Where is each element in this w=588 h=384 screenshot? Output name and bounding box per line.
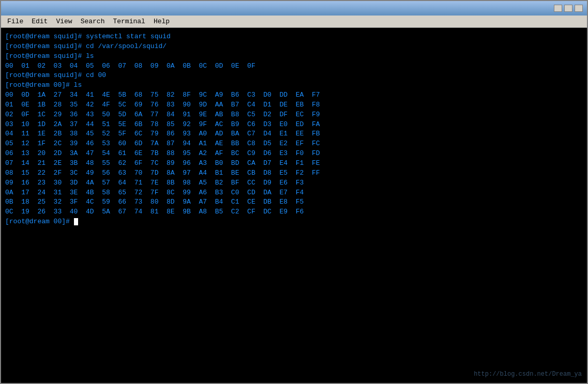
titlebar bbox=[1, 1, 587, 16]
menu-item-help[interactable]: Help bbox=[149, 17, 174, 26]
menu-item-terminal[interactable]: Terminal bbox=[109, 17, 149, 26]
menubar: FileEditViewSearchTerminalHelp bbox=[1, 16, 587, 28]
terminal-area[interactable]: [root@dream squid]# systemctl start squi… bbox=[1, 28, 587, 383]
terminal-window: FileEditViewSearchTerminalHelp [root@dre… bbox=[0, 0, 588, 384]
menu-item-file[interactable]: File bbox=[3, 17, 27, 26]
menu-item-view[interactable]: View bbox=[52, 17, 76, 26]
minimize-button[interactable] bbox=[554, 5, 562, 12]
menu-item-edit[interactable]: Edit bbox=[27, 17, 52, 26]
watermark: http://blog.csdn.net/Dream_ya bbox=[474, 371, 582, 378]
terminal-output: [root@dream squid]# systemctl start squi… bbox=[5, 32, 583, 227]
close-button[interactable] bbox=[575, 5, 583, 12]
window-controls[interactable] bbox=[554, 5, 583, 12]
maximize-button[interactable] bbox=[564, 5, 572, 12]
terminal-cursor bbox=[74, 218, 78, 225]
menu-item-search[interactable]: Search bbox=[77, 17, 109, 26]
